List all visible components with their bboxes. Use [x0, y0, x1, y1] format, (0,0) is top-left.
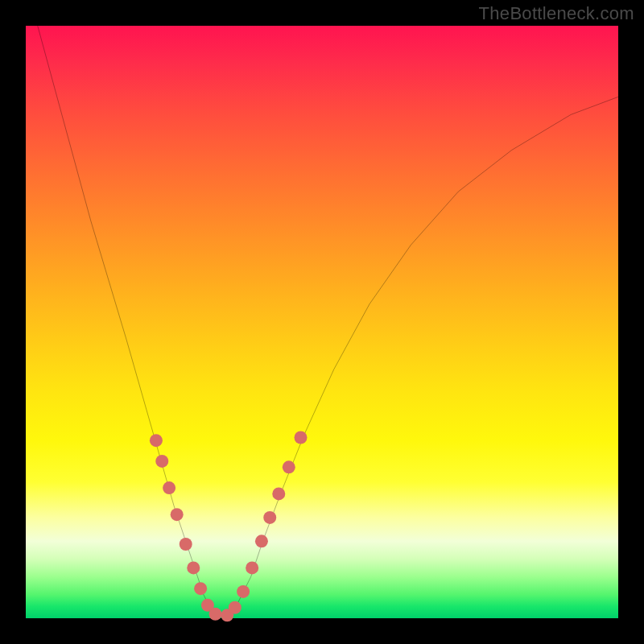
data-point — [171, 508, 184, 521]
watermark-text: TheBottleneck.com — [479, 3, 634, 24]
data-point — [255, 535, 268, 547]
data-point — [163, 481, 175, 494]
data-point — [283, 460, 295, 473]
chart-svg — [26, 26, 618, 618]
marker-layer — [150, 431, 308, 622]
data-point — [187, 561, 200, 574]
data-point — [150, 434, 163, 447]
bottleneck-curve — [38, 26, 618, 618]
data-point — [180, 538, 192, 551]
data-point — [295, 431, 308, 444]
data-point — [272, 487, 285, 500]
data-point — [263, 511, 276, 524]
chart-frame: TheBottleneck.com — [0, 0, 644, 644]
data-point — [194, 582, 207, 595]
data-point — [237, 585, 250, 598]
data-point — [229, 601, 242, 614]
data-point — [246, 561, 258, 574]
data-point — [209, 608, 222, 621]
plot-area — [26, 26, 618, 618]
data-point — [155, 455, 168, 468]
